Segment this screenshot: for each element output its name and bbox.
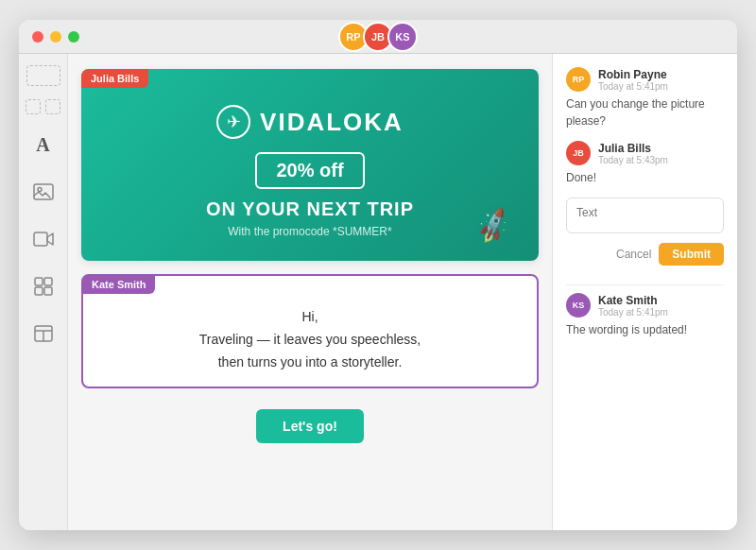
- text-line-2: Traveling — it leaves you speechless,: [100, 329, 520, 352]
- app-window: RP JB KS A: [19, 20, 737, 530]
- comment-3-time: Today at 5:41pm: [598, 307, 668, 318]
- comment-1-text: Can you change the picture please?: [566, 95, 724, 129]
- layout-tool[interactable]: [26, 317, 60, 351]
- minimize-button[interactable]: [50, 31, 61, 43]
- left-toolbar: A: [19, 54, 68, 530]
- cancel-button[interactable]: Cancel: [616, 248, 651, 261]
- reply-input[interactable]: [566, 198, 724, 233]
- text-card: Kate Smith Hi, Traveling — it leaves you…: [81, 274, 539, 388]
- svg-rect-3: [35, 278, 43, 285]
- svg-rect-2: [34, 232, 47, 246]
- comment-3-header: KS Kate Smith Today at 5:41pm: [566, 293, 724, 318]
- canvas-area: Julia Bills ✈ VIDALOKA 20% off ON YOUR N…: [68, 54, 552, 530]
- banner-background: ✈ VIDALOKA 20% off ON YOUR NEXT TRIP Wit…: [81, 69, 539, 261]
- comment-2-time: Today at 5:43pm: [598, 155, 668, 165]
- placeholder-tool-1: [26, 65, 60, 86]
- close-button[interactable]: [32, 31, 43, 43]
- media-tool[interactable]: [26, 269, 60, 303]
- comment-3: KS Kate Smith Today at 5:41pm The wordin…: [566, 293, 724, 338]
- avatar-ks[interactable]: KS: [387, 22, 418, 52]
- comment-2-avatar: JB: [566, 141, 591, 165]
- comment-2: JB Julia Bills Today at 5:43pm Done!: [566, 141, 724, 186]
- comment-3-text: The wording is updated!: [566, 321, 724, 338]
- banner-logo-row: ✈ VIDALOKA: [216, 105, 404, 139]
- text-line-3: then turns you into a storyteller.: [100, 352, 520, 374]
- text-tool[interactable]: A: [26, 128, 60, 162]
- placeholder-tool-3: [45, 99, 60, 114]
- text-card-owner-label: Kate Smith: [82, 275, 155, 294]
- cta-row: Let's go!: [81, 402, 539, 447]
- banner-owner-label: Julia Bills: [81, 69, 148, 88]
- image-tool[interactable]: [26, 175, 60, 209]
- collaborator-avatars: RP JB KS: [338, 22, 418, 52]
- text-card-body: Hi, Traveling — it leaves you speechless…: [100, 306, 520, 373]
- submit-button[interactable]: Submit: [659, 243, 724, 266]
- comment-2-name: Julia Bills: [598, 142, 668, 155]
- banner-brand: VIDALOKA: [260, 108, 404, 137]
- comment-2-meta: Julia Bills Today at 5:43pm: [598, 142, 668, 165]
- comment-1-header: RP Robin Payne Today at 5:41pm: [566, 67, 724, 92]
- comment-1: RP Robin Payne Today at 5:41pm Can you c…: [566, 67, 724, 129]
- reply-actions: Cancel Submit: [566, 243, 724, 266]
- comment-3-name: Kate Smith: [598, 294, 668, 307]
- comment-2-text: Done!: [566, 169, 724, 186]
- text-line-1: Hi,: [100, 306, 520, 329]
- comment-3-meta: Kate Smith Today at 5:41pm: [598, 294, 668, 318]
- comments-panel: RP Robin Payne Today at 5:41pm Can you c…: [552, 54, 737, 530]
- main-area: A: [19, 54, 737, 530]
- titlebar: RP JB KS: [19, 20, 737, 54]
- svg-point-1: [38, 188, 42, 192]
- placeholder-tool-row: [26, 99, 60, 114]
- maximize-button[interactable]: [68, 31, 79, 43]
- comments-divider: [566, 284, 724, 285]
- banner-decoration: 🚀: [472, 206, 514, 247]
- comment-1-name: Robin Payne: [598, 68, 668, 81]
- comment-1-time: Today at 5:41pm: [598, 81, 668, 92]
- comment-2-header: JB Julia Bills Today at 5:43pm: [566, 141, 724, 165]
- banner-card: Julia Bills ✈ VIDALOKA 20% off ON YOUR N…: [81, 69, 539, 261]
- video-tool[interactable]: [26, 222, 60, 256]
- plane-icon: ✈: [216, 105, 250, 139]
- placeholder-tool-2: [26, 99, 41, 114]
- traffic-lights: [32, 31, 79, 43]
- banner-subtext: With the promocode *SUMMER*: [228, 225, 391, 238]
- comment-1-meta: Robin Payne Today at 5:41pm: [598, 68, 668, 92]
- banner-headline: ON YOUR NEXT TRIP: [206, 198, 414, 220]
- discount-box: 20% off: [255, 152, 364, 189]
- comment-1-avatar: RP: [566, 67, 591, 92]
- svg-rect-5: [35, 287, 43, 295]
- cta-button[interactable]: Let's go!: [256, 409, 364, 443]
- svg-rect-4: [44, 278, 52, 285]
- svg-rect-6: [44, 287, 52, 295]
- comment-3-avatar: KS: [566, 293, 591, 318]
